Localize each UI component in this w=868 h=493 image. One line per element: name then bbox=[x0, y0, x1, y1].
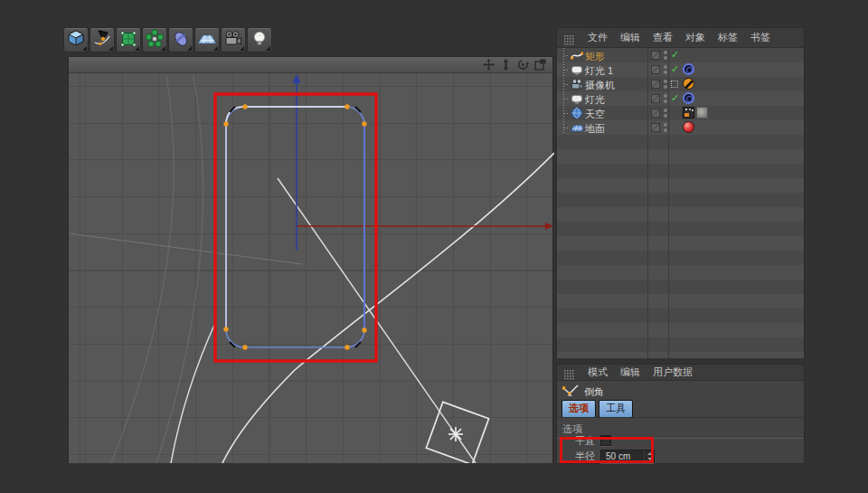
object-row-摄像机[interactable]: 摄像机 bbox=[557, 77, 804, 91]
tree-tick bbox=[564, 113, 570, 114]
menu-1[interactable]: 文件 bbox=[588, 31, 608, 44]
tree-tick bbox=[564, 70, 570, 71]
viewport-canvas[interactable] bbox=[69, 73, 552, 463]
array-object-icon bbox=[145, 29, 165, 52]
white-arc-small bbox=[171, 321, 216, 463]
menu-6[interactable]: 书签 bbox=[750, 31, 770, 44]
spline-pen-icon bbox=[92, 29, 112, 52]
spline-pen-tool-button[interactable] bbox=[90, 27, 115, 52]
layer-chip[interactable] bbox=[651, 80, 660, 89]
deformer-tool-button[interactable] bbox=[168, 27, 193, 52]
layer-chip[interactable] bbox=[651, 94, 660, 103]
menu-1[interactable]: 模式 bbox=[588, 365, 608, 379]
cube-primitive-tool-button[interactable] bbox=[63, 27, 89, 52]
object-name: 灯光 1 bbox=[585, 64, 613, 78]
visibility-dots[interactable] bbox=[664, 109, 667, 118]
object-name: 灯光 bbox=[585, 93, 605, 107]
radius-input[interactable]: 50 cm bbox=[600, 450, 655, 463]
menu-2[interactable]: 编辑 bbox=[620, 365, 640, 379]
tree-tick bbox=[564, 128, 570, 128]
object-row-天空[interactable]: 天空 bbox=[557, 106, 804, 120]
texture-tag-icon[interactable] bbox=[696, 107, 708, 119]
light-object-tool-button[interactable] bbox=[247, 27, 272, 52]
tab-选项[interactable]: 选项 bbox=[561, 400, 596, 418]
maximize-icon[interactable] bbox=[534, 59, 546, 71]
enabled-check-icon[interactable]: ✓ bbox=[671, 49, 682, 61]
layer-chip[interactable] bbox=[651, 123, 660, 132]
background-line bbox=[69, 233, 302, 264]
menu-3[interactable]: 用户数据 bbox=[653, 365, 693, 379]
object-manager: 文件编辑查看对象标签书签 矩形✓灯光 1✓摄像机灯光✓天空地面 bbox=[556, 27, 805, 358]
cinema4d-window: 文件编辑查看对象标签书签 矩形✓灯光 1✓摄像机灯光✓天空地面 模式编辑用户数据… bbox=[0, 0, 868, 493]
visibility-dots[interactable] bbox=[664, 123, 667, 132]
compositing-tag-icon[interactable] bbox=[683, 107, 694, 119]
object-row-灯光 1[interactable]: 灯光 1✓ bbox=[557, 62, 804, 77]
target-tag-icon[interactable] bbox=[683, 92, 694, 104]
flat-checkbox[interactable] bbox=[600, 435, 611, 446]
zoom-icon[interactable] bbox=[500, 59, 512, 71]
camera-object-icon bbox=[223, 29, 243, 52]
object-name: 天空 bbox=[585, 108, 605, 121]
object-name: 摄像机 bbox=[585, 79, 615, 92]
tab-工具[interactable]: 工具 bbox=[599, 400, 633, 418]
menu-5[interactable]: 标签 bbox=[718, 31, 738, 44]
visibility-dots[interactable] bbox=[664, 80, 667, 89]
floor-object-tool-button[interactable] bbox=[194, 27, 220, 52]
tag-list bbox=[683, 92, 694, 104]
panel-grip-icon[interactable] bbox=[564, 33, 575, 43]
viewport-header bbox=[69, 57, 552, 73]
flat-label: 平直 bbox=[575, 434, 599, 448]
spline-points[interactable] bbox=[223, 104, 366, 349]
enabled-check-icon[interactable]: ✓ bbox=[671, 63, 682, 75]
bevel-tool-icon bbox=[562, 384, 579, 401]
layer-chip[interactable] bbox=[651, 109, 660, 118]
menu-4[interactable]: 对象 bbox=[685, 31, 705, 44]
visibility-dots[interactable] bbox=[664, 94, 667, 103]
attribute-manager-menubar: 模式编辑用户数据 bbox=[557, 365, 804, 381]
menu-3[interactable]: 查看 bbox=[653, 31, 673, 44]
object-row-地面[interactable]: 地面 bbox=[557, 120, 804, 135]
radius-value: 50 cm bbox=[606, 451, 630, 461]
spline-object-icon bbox=[571, 49, 583, 62]
enabled-check-icon[interactable]: ✓ bbox=[671, 92, 682, 104]
light-object-icon bbox=[250, 29, 269, 52]
no-entry-tag-icon[interactable] bbox=[683, 78, 694, 90]
layer-chip[interactable] bbox=[651, 65, 660, 74]
array-object-tool-button[interactable] bbox=[142, 27, 167, 52]
tag-list bbox=[683, 107, 708, 119]
radius-label: 半径 bbox=[575, 450, 599, 463]
visibility-dots[interactable] bbox=[664, 51, 667, 60]
tool-title: 倒角 bbox=[584, 385, 604, 399]
subdivision-cube-tool-button[interactable] bbox=[116, 27, 141, 52]
viewport-scene bbox=[69, 73, 554, 463]
pan-icon[interactable] bbox=[483, 59, 495, 71]
object-row-灯光[interactable]: 灯光✓ bbox=[557, 91, 804, 106]
radius-stepper[interactable] bbox=[644, 450, 654, 462]
white-arc bbox=[222, 153, 554, 463]
panel-grip-icon[interactable] bbox=[564, 367, 575, 377]
attribute-manager: 模式编辑用户数据 倒角 选项工具 选项 平直 bbox=[556, 364, 805, 464]
target-tag-icon[interactable] bbox=[683, 63, 694, 75]
main-toolbar bbox=[63, 27, 272, 52]
rotate-icon[interactable] bbox=[517, 59, 529, 71]
visibility-dots[interactable] bbox=[664, 65, 667, 74]
tag-list bbox=[683, 78, 694, 90]
attribute-tabs: 选项工具 bbox=[561, 400, 633, 418]
camera-object-tool-button[interactable] bbox=[221, 27, 246, 52]
cube-primitive-icon bbox=[66, 29, 86, 52]
light-object-icon bbox=[571, 92, 583, 105]
tangent-handles[interactable] bbox=[230, 107, 361, 347]
object-row-矩形[interactable]: 矩形✓ bbox=[557, 48, 804, 62]
layer-chip[interactable] bbox=[651, 51, 660, 60]
asterisk-marker bbox=[448, 427, 463, 441]
tree-tick bbox=[564, 55, 570, 56]
menu-2[interactable]: 编辑 bbox=[620, 31, 640, 44]
rectangle-spline[interactable] bbox=[226, 107, 364, 347]
light-object-icon bbox=[571, 63, 583, 76]
annotation-rectangle-spline bbox=[215, 94, 376, 361]
active-camera-icon[interactable] bbox=[671, 81, 678, 88]
material-tag-icon[interactable] bbox=[683, 121, 694, 133]
tree-tick bbox=[564, 99, 570, 100]
deformer-icon bbox=[171, 29, 191, 52]
object-list: 矩形✓灯光 1✓摄像机灯光✓天空地面 bbox=[557, 48, 804, 358]
